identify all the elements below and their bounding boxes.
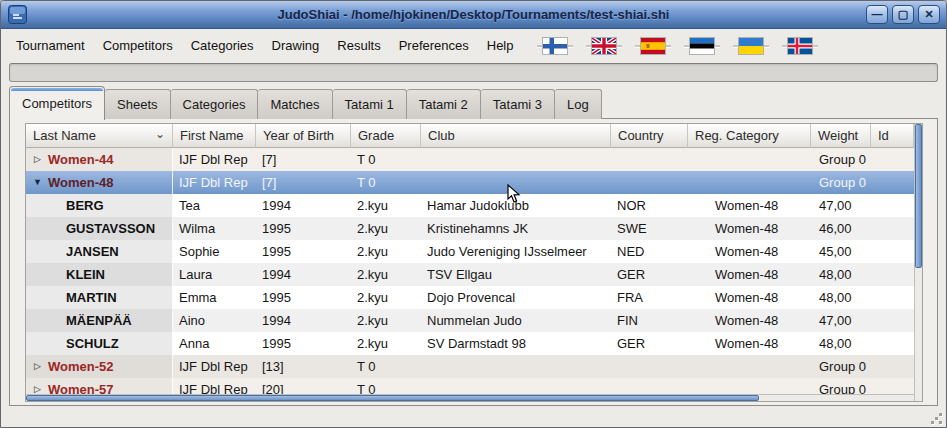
tab-log[interactable]: Log [555, 89, 602, 119]
cell-grade: 2.kyu [351, 194, 421, 217]
tab-competitors[interactable]: Competitors [9, 86, 105, 120]
column-header-label: Club [428, 128, 455, 143]
language-flags [543, 38, 812, 54]
table-row-berg[interactable]: BERGTea19942.kyuHamar JudoklubbNORWomen-… [26, 194, 914, 217]
maximize-button[interactable]: ▢ [892, 5, 914, 24]
column-header-club[interactable]: Club [421, 124, 611, 148]
table-row-women-44[interactable]: ▷Women-44IJF Dbl Rep[7]T 0Group 0 [26, 148, 914, 171]
cell-club [421, 148, 611, 171]
cell-country [611, 355, 688, 378]
vertical-scrollbar[interactable] [914, 124, 922, 401]
judoshiai-logo-icon [8, 5, 27, 24]
expand-expander-icon[interactable]: ▷ [31, 355, 44, 378]
cell-year-of-birth: 1995 [256, 332, 351, 355]
cell-grade: 2.kyu [351, 240, 421, 263]
tab-sheets[interactable]: Sheets [105, 89, 170, 119]
table-row-gustavsson[interactable]: GUSTAVSSONWilma19952.kyuKristinehamns JK… [26, 217, 914, 240]
cell-club: Hamar Judoklubb [421, 194, 611, 217]
last-name-label: BERG [66, 194, 104, 217]
close-button[interactable]: ✕ [918, 5, 940, 24]
horizontal-scrollbar-thumb[interactable] [26, 395, 759, 401]
expand-expander-icon[interactable]: ▷ [31, 148, 44, 171]
cell-id [871, 171, 914, 194]
cell-weight: 48,00 [811, 263, 871, 286]
column-header-weight[interactable]: Weight [811, 124, 871, 148]
cell-country: NOR [611, 194, 688, 217]
column-header-first-name[interactable]: First Name [173, 124, 256, 148]
cell-first-name: IJF Dbl Rep [173, 355, 256, 378]
tab-tatami-2[interactable]: Tatami 2 [407, 89, 481, 119]
finland-flag-icon[interactable] [543, 38, 567, 54]
column-header-label: Id [878, 128, 889, 143]
table-row-schulz[interactable]: SCHULZAnna19952.kyuSV Darmstadt 98GERWom… [26, 332, 914, 355]
column-header-label: Country [618, 128, 664, 143]
statusbar [1, 406, 946, 427]
column-header-label: Last Name [33, 128, 96, 143]
cell-reg-category [688, 171, 811, 194]
table-row-klein[interactable]: KLEINLaura19942.kyuTSV EllgauGERWomen-48… [26, 263, 914, 286]
cell-id [871, 194, 914, 217]
cell-id [871, 286, 914, 309]
menu-item-results[interactable]: Results [328, 33, 389, 58]
cell-country: FIN [611, 309, 688, 332]
last-name-label: Women-52 [48, 355, 114, 378]
collapse-expander-icon[interactable]: ▼ [31, 171, 44, 194]
table-row-women-52[interactable]: ▷Women-52IJF Dbl Rep[13]T 0Group 0 [26, 355, 914, 378]
minimize-button[interactable]: — [866, 5, 888, 24]
vertical-scrollbar-thumb[interactable] [915, 124, 922, 268]
table-row-jansen[interactable]: JANSENSophie19952.kyuJudo Vereniging IJs… [26, 240, 914, 263]
column-header-id[interactable]: Id [871, 124, 914, 148]
cell-year-of-birth: 1994 [256, 263, 351, 286]
cell-reg-category: Women-48 [688, 194, 811, 217]
last-name-label: GUSTAVSSON [66, 217, 155, 240]
cell-country: FRA [611, 286, 688, 309]
cell-reg-category: Women-48 [688, 263, 811, 286]
menu-item-preferences[interactable]: Preferences [390, 33, 478, 58]
tab-categories[interactable]: Categories [171, 89, 259, 119]
tab-matches[interactable]: Matches [258, 89, 332, 119]
last-name-label: JANSEN [66, 240, 119, 263]
cell-first-name: Laura [173, 263, 256, 286]
table-header: Last Name⌄First NameYear of BirthGradeCl… [26, 124, 914, 148]
estonia-flag-icon[interactable] [690, 38, 714, 54]
cell-last-name: ▷Women-44 [26, 148, 173, 171]
menu-item-tournament[interactable]: Tournament [7, 33, 94, 58]
menu-item-competitors[interactable]: Competitors [94, 33, 182, 58]
cell-id [871, 263, 914, 286]
column-header-label: Weight [818, 128, 858, 143]
cell-first-name: Anna [173, 332, 256, 355]
column-header-country[interactable]: Country [611, 124, 688, 148]
search-entry[interactable] [9, 63, 938, 82]
cell-last-name: MARTIN [26, 286, 173, 309]
cell-weight: 46,00 [811, 217, 871, 240]
column-header-reg-category[interactable]: Reg. Category [688, 124, 811, 148]
menu-item-help[interactable]: Help [478, 33, 523, 58]
cell-year-of-birth: [7] [256, 171, 351, 194]
column-header-grade[interactable]: Grade [351, 124, 421, 148]
column-header-label: Reg. Category [695, 128, 779, 143]
menu-item-drawing[interactable]: Drawing [263, 33, 329, 58]
tab-tatami-1[interactable]: Tatami 1 [333, 89, 407, 119]
resize-grip-icon[interactable] [928, 410, 942, 424]
notebook-tabs: CompetitorsSheetsCategoriesMatchesTatami… [9, 85, 938, 119]
cell-club [421, 355, 611, 378]
titlebar[interactable]: JudoShiai - /home/hjokinen/Desktop/Tourn… [1, 1, 946, 29]
cell-last-name: ▼Women-48 [26, 171, 173, 194]
column-header-year-of-birth[interactable]: Year of Birth [256, 124, 351, 148]
cell-weight: 48,00 [811, 332, 871, 355]
table-row-women-48[interactable]: ▼Women-48IJF Dbl Rep[7]T 0Group 0 [26, 171, 914, 194]
uk-flag-icon[interactable] [592, 38, 616, 54]
spain-flag-icon[interactable] [641, 38, 665, 54]
menu-item-categories[interactable]: Categories [182, 33, 263, 58]
cell-first-name: IJF Dbl Rep [173, 171, 256, 194]
cell-first-name: Sophie [173, 240, 256, 263]
table-row-martin[interactable]: MARTINEmma19952.kyuDojo ProvencalFRAWome… [26, 286, 914, 309]
iceland-flag-icon[interactable] [788, 38, 812, 54]
cell-country: NED [611, 240, 688, 263]
column-header-last-name[interactable]: Last Name⌄ [26, 124, 173, 148]
cell-club: Kristinehamns JK [421, 217, 611, 240]
tab-tatami-3[interactable]: Tatami 3 [481, 89, 555, 119]
ukraine-flag-icon[interactable] [739, 38, 763, 54]
horizontal-scrollbar[interactable] [26, 394, 914, 401]
table-row-m-enp[interactable]: MÄENPÄÄAino19942.kyuNummelan JudoFINWome… [26, 309, 914, 332]
